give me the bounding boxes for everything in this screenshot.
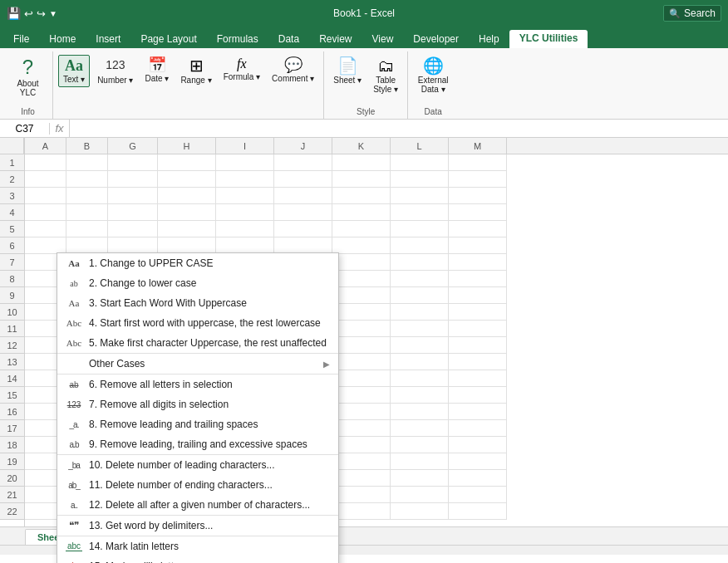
tab-data[interactable]: Data (268, 30, 309, 48)
grid-cell-r22-c6[interactable] (332, 503, 391, 520)
search-box[interactable]: 🔍 Search (663, 5, 721, 22)
grid-cell-r2-c6[interactable] (332, 171, 391, 188)
grid-cell-r18-c8[interactable] (449, 437, 507, 453)
grid-cell-r16-c7[interactable] (391, 404, 449, 420)
grid-cell-r12-c7[interactable] (391, 337, 449, 354)
date-button[interactable]: 📅 Date ▾ (140, 55, 173, 86)
grid-cell-r14-c7[interactable] (391, 370, 449, 387)
quick-access-dropdown-icon[interactable]: ▼ (49, 9, 57, 18)
grid-cell-r2-c4[interactable] (216, 171, 274, 188)
grid-cell-r21-c8[interactable] (449, 487, 507, 503)
grid-cell-r4-c4[interactable] (216, 204, 274, 221)
grid-cell-r3-c0[interactable] (25, 188, 66, 204)
grid-cell-r10-c6[interactable] (332, 304, 391, 321)
grid-cell-r1-c6[interactable] (332, 154, 391, 171)
grid-cell-r15-c6[interactable] (332, 387, 391, 404)
about-ylc-button[interactable]: ? AboutYLC (12, 55, 44, 100)
menu-item-uppercase[interactable]: Aa 1. Change to UPPER CASE (57, 253, 338, 273)
grid-cell-r14-c6[interactable] (332, 370, 391, 387)
menu-item-delete-after[interactable]: a.. 12. Delete all after a given number … (57, 495, 338, 515)
grid-cell-r15-c7[interactable] (391, 387, 449, 404)
grid-cell-r12-c8[interactable] (449, 337, 507, 354)
grid-cell-r1-c4[interactable] (216, 154, 274, 171)
menu-item-title-case[interactable]: Aa 3. Start Each Word With Uppercase (57, 293, 338, 313)
grid-cell-r5-c0[interactable] (25, 221, 66, 237)
tab-review[interactable]: Review (309, 30, 362, 48)
grid-cell-r4-c1[interactable] (66, 204, 108, 221)
grid-cell-r5-c1[interactable] (66, 221, 108, 237)
grid-cell-r6-c1[interactable] (66, 237, 108, 254)
grid-cell-r9-c6[interactable] (332, 287, 391, 304)
menu-item-lowercase[interactable]: ab 2. Change to lower case (57, 273, 338, 293)
grid-cell-r20-c6[interactable] (332, 470, 391, 487)
grid-cell-r17-c6[interactable] (332, 420, 391, 437)
grid-cell-r11-c6[interactable] (332, 321, 391, 337)
grid-cell-r13-c6[interactable] (332, 354, 391, 370)
grid-cell-r19-c6[interactable] (332, 453, 391, 470)
grid-cell-r7-c8[interactable] (449, 254, 507, 271)
grid-cell-r6-c7[interactable] (391, 237, 449, 254)
grid-cell-r16-c6[interactable] (332, 404, 391, 420)
grid-cell-r21-c6[interactable] (332, 487, 391, 503)
grid-cell-r10-c7[interactable] (391, 304, 449, 321)
grid-cell-r11-c8[interactable] (449, 321, 507, 337)
grid-cell-r1-c7[interactable] (391, 154, 449, 171)
redo-icon[interactable]: ↪ (37, 7, 46, 20)
menu-item-first-upper[interactable]: Abc 5. Make first character Uppercase, t… (57, 333, 338, 353)
grid-cell-r6-c5[interactable] (274, 237, 332, 254)
grid-cell-r4-c7[interactable] (391, 204, 449, 221)
menu-item-delete-leading[interactable]: _ba 10. Delete number of leading charact… (57, 455, 338, 475)
grid-cell-r3-c1[interactable] (66, 188, 108, 204)
text-button[interactable]: Aa Text ▾ (58, 55, 90, 87)
grid-cell-r6-c3[interactable] (158, 237, 216, 254)
grid-cell-r4-c0[interactable] (25, 204, 66, 221)
grid-cell-r2-c3[interactable] (158, 171, 216, 188)
grid-cell-r2-c0[interactable] (25, 171, 66, 188)
grid-cell-r3-c2[interactable] (108, 188, 158, 204)
grid-cell-r3-c6[interactable] (332, 188, 391, 204)
tab-home[interactable]: Home (39, 30, 86, 48)
grid-cell-r3-c8[interactable] (449, 188, 507, 204)
grid-cell-r12-c6[interactable] (332, 337, 391, 354)
table-style-button[interactable]: 🗂 TableStyle ▾ (369, 55, 402, 96)
grid-cell-r6-c4[interactable] (216, 237, 274, 254)
grid-cell-r1-c1[interactable] (66, 154, 108, 171)
grid-cell-r1-c2[interactable] (108, 154, 158, 171)
grid-cell-r5-c4[interactable] (216, 221, 274, 237)
grid-cell-r13-c8[interactable] (449, 354, 507, 370)
grid-cell-r5-c3[interactable] (158, 221, 216, 237)
menu-item-sentence-case[interactable]: Abc 4. Start first word with uppercase, … (57, 313, 338, 333)
grid-cell-r6-c6[interactable] (332, 237, 391, 254)
cell-reference[interactable]: C37 (0, 123, 50, 135)
grid-cell-r20-c8[interactable] (449, 470, 507, 487)
grid-cell-r3-c4[interactable] (216, 188, 274, 204)
tab-developer[interactable]: Developer (403, 30, 469, 48)
grid-cell-r8-c6[interactable] (332, 271, 391, 287)
grid-cell-r19-c7[interactable] (391, 453, 449, 470)
sheet-button[interactable]: 📄 Sheet ▾ (329, 55, 366, 87)
grid-cell-r2-c7[interactable] (391, 171, 449, 188)
grid-cell-r1-c3[interactable] (158, 154, 216, 171)
grid-cell-r11-c7[interactable] (391, 321, 449, 337)
grid-cell-r21-c7[interactable] (391, 487, 449, 503)
tab-help[interactable]: Help (469, 30, 509, 48)
grid-cell-r1-c5[interactable] (274, 154, 332, 171)
grid-cell-r3-c5[interactable] (274, 188, 332, 204)
number-button[interactable]: 123 Number ▾ (93, 55, 137, 87)
grid-cell-r5-c8[interactable] (449, 221, 507, 237)
grid-cell-r10-c8[interactable] (449, 304, 507, 321)
grid-cell-r13-c7[interactable] (391, 354, 449, 370)
grid-cell-r6-c0[interactable] (25, 237, 66, 254)
grid-cell-r2-c2[interactable] (108, 171, 158, 188)
grid-cell-r22-c8[interactable] (449, 503, 507, 520)
grid-cell-r16-c8[interactable] (449, 404, 507, 420)
undo-icon[interactable]: ↩ (24, 7, 33, 20)
comment-button[interactable]: 💬 Comment ▾ (268, 55, 318, 86)
grid-cell-r15-c8[interactable] (449, 387, 507, 404)
menu-item-remove-letters[interactable]: ab 6. Remove all letters in selection (57, 375, 338, 394)
grid-cell-r18-c7[interactable] (391, 437, 449, 453)
grid-cell-r4-c2[interactable] (108, 204, 158, 221)
tab-ylc-utilities[interactable]: YLC Utilities (509, 30, 588, 48)
grid-cell-r4-c6[interactable] (332, 204, 391, 221)
grid-cell-r1-c0[interactable] (25, 154, 66, 171)
